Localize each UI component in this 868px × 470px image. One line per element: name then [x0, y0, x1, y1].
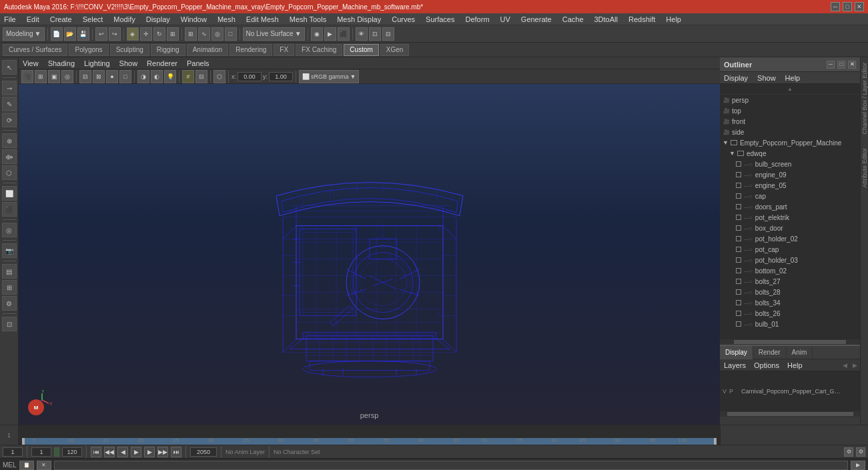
open-file-button[interactable]: 📂 [64, 27, 76, 41]
tab-fx-caching[interactable]: FX Caching [296, 44, 342, 56]
timeline-range-bar[interactable] [22, 438, 717, 445]
outliner-item-bulb-01[interactable]: —○ bulb_01 [720, 319, 860, 329]
outliner-item-bolts-26[interactable]: —○ bolts_26 [720, 308, 860, 319]
menu-display[interactable]: Display [145, 15, 171, 23]
display-mode-2[interactable]: ⬛ [2, 202, 17, 217]
vp-coord-y[interactable]: 1.00 [269, 72, 293, 81]
restore-button[interactable]: □ [843, 2, 852, 11]
tab-fx[interactable]: FX [274, 44, 294, 56]
minimize-button[interactable]: ─ [831, 2, 840, 11]
new-file-button[interactable]: 📄 [51, 27, 63, 41]
char-set-btn[interactable]: ⚙ [856, 447, 865, 457]
viewport-canvas[interactable]: .wire { stroke: #2a2aff; fill: none; str… [19, 84, 720, 425]
bottom-button[interactable]: ⊡ [2, 317, 17, 331]
display-menu-help[interactable]: Help [786, 361, 804, 369]
mel-run-btn[interactable]: ▶ [851, 461, 865, 470]
soft-select[interactable]: ⟳ [2, 113, 17, 127]
display-tab-anim[interactable]: Anim [787, 346, 813, 359]
scale-tool[interactable]: ⊞ [167, 27, 179, 41]
transform-tool[interactable]: ⊕ [2, 133, 17, 148]
render-scene[interactable]: ▶ [324, 27, 336, 41]
menu-help[interactable]: Help [665, 15, 683, 23]
outliner-maximize[interactable]: □ [837, 61, 845, 69]
camera-button[interactable]: 📷 [2, 243, 17, 258]
display-arrow-left[interactable]: ◀ [843, 362, 847, 369]
timeline-range-end-thumb[interactable] [714, 438, 717, 445]
tab-animation[interactable]: Animation [187, 44, 228, 56]
vp-fit-sel[interactable]: ▣ [48, 70, 60, 83]
outliner-item-persp[interactable]: 🎥 persp [720, 95, 860, 105]
range-start-input[interactable]: 1 [31, 447, 51, 457]
menu-window[interactable]: Window [179, 15, 208, 23]
lasso-select[interactable]: ⊸ [2, 81, 17, 95]
outliner-item-bolts-34[interactable]: —○ bolts_34 [720, 297, 860, 308]
viewport-menu-renderer[interactable]: Renderer [145, 59, 179, 67]
vp-hud[interactable]: ⊟ [195, 70, 207, 83]
outliner-menu-show[interactable]: Show [756, 74, 777, 82]
vp-ao[interactable]: ◐ [151, 70, 163, 83]
redo-button[interactable]: ↪ [109, 27, 121, 41]
snap-tool[interactable]: ⟴ [2, 149, 17, 164]
snap-point[interactable]: ◎ [211, 27, 224, 41]
outliner-item-cap[interactable]: —○ cap [720, 191, 860, 201]
viewport-menu-shading[interactable]: Shading [47, 59, 76, 67]
range-end-input[interactable]: 120 [62, 447, 82, 457]
viewport-menu-show[interactable]: Show [118, 59, 139, 67]
select-tool[interactable]: ◈ [127, 27, 139, 41]
menu-cache[interactable]: Cache [561, 15, 585, 23]
save-file-button[interactable]: 💾 [77, 27, 89, 41]
mel-history-btn[interactable]: 📋 [19, 461, 34, 470]
menu-mesh-display[interactable]: Mesh Display [336, 15, 382, 23]
display-mode-1[interactable]: ⬜ [2, 186, 17, 201]
rotate-tool[interactable]: ↻ [153, 27, 165, 41]
tab-xgen[interactable]: XGen [380, 44, 410, 56]
outliner-content[interactable]: 🎥 persp 🎥 top 🎥 front 🎥 side ▼ [720, 95, 860, 339]
menu-mesh[interactable]: Mesh [216, 15, 237, 23]
display-resolution[interactable]: ⊡ [369, 27, 381, 41]
menu-deform[interactable]: Deform [464, 15, 490, 23]
ipr-render[interactable]: ⬛ [338, 27, 350, 41]
render-button[interactable]: ◎ [2, 223, 17, 237]
vp-smooth[interactable]: ● [106, 70, 118, 83]
display-h-scrollbar-thumb[interactable] [727, 412, 853, 416]
outliner-item-machine-group[interactable]: ▼ Empty_Popcorn_Popper_Machine [720, 137, 860, 148]
vp-xray[interactable]: ⬡ [213, 70, 226, 83]
current-frame-input[interactable]: 1 [3, 447, 23, 457]
snap-grid[interactable]: ⊞ [185, 27, 197, 41]
outliner-item-side[interactable]: 🎥 side [720, 127, 860, 137]
outliner-item-top[interactable]: 🎥 top [720, 105, 860, 116]
outliner-item-doors-part[interactable]: —○ doors_part [720, 201, 860, 212]
outliner-item-bulb-screen[interactable]: —○ bulb_screen [720, 159, 860, 169]
no-live-surface-dropdown[interactable]: No Live Surface ▼ [243, 27, 305, 41]
outliner-item-pot-holder-02[interactable]: —○ pot_holder_02 [720, 233, 860, 244]
mel-options-btn[interactable]: ✕ [37, 461, 51, 470]
color-profile-dropdown[interactable]: ⬜ sRGB gamma ▼ [299, 70, 359, 83]
outliner-item-pot-holder-03[interactable]: —○ pot_holder_03 [720, 255, 860, 265]
display-tab-display[interactable]: Display [720, 346, 753, 359]
outliner-menu-display[interactable]: Display [723, 74, 749, 82]
menu-file[interactable]: File [3, 15, 17, 23]
tab-custom[interactable]: Custom [344, 44, 378, 56]
outliner-menu-help[interactable]: Help [784, 74, 802, 82]
playback-go-start[interactable]: ⏮ [91, 447, 101, 457]
viewport-menu-view[interactable]: View [21, 59, 40, 67]
menu-select[interactable]: Select [81, 15, 105, 23]
playback-next-frame[interactable]: ▶ [144, 447, 155, 457]
undo-button[interactable]: ↩ [95, 27, 107, 41]
outliner-item-engine-09[interactable]: —○ engine_09 [720, 169, 860, 180]
move-tool[interactable]: ✛ [140, 27, 152, 41]
select-mode-button[interactable]: ↖ [2, 60, 17, 75]
outliner-scroll-up[interactable]: ▲ [720, 84, 860, 95]
timeline-range-start-thumb[interactable] [22, 438, 25, 445]
outliner-item-box-door[interactable]: —○ box_door [720, 223, 860, 233]
menu-modify[interactable]: Modify [112, 15, 136, 23]
menu-redshift[interactable]: Redshift [627, 15, 657, 23]
vp-isolate[interactable]: ◎ [61, 70, 73, 83]
mel-input-field[interactable] [54, 461, 848, 470]
range-slider-start[interactable] [54, 447, 59, 457]
timeline-ruler[interactable]: 5 10 15 20 25 30 35 40 45 50 55 60 65 70… [19, 425, 720, 445]
vp-camera-select[interactable]: 🎥 [21, 70, 33, 83]
outliner-item-pot-elektrik[interactable]: —○ pot_elektrik [720, 212, 860, 223]
playback-prev-key[interactable]: ◀◀ [104, 447, 115, 457]
close-button[interactable]: ✕ [855, 2, 864, 11]
